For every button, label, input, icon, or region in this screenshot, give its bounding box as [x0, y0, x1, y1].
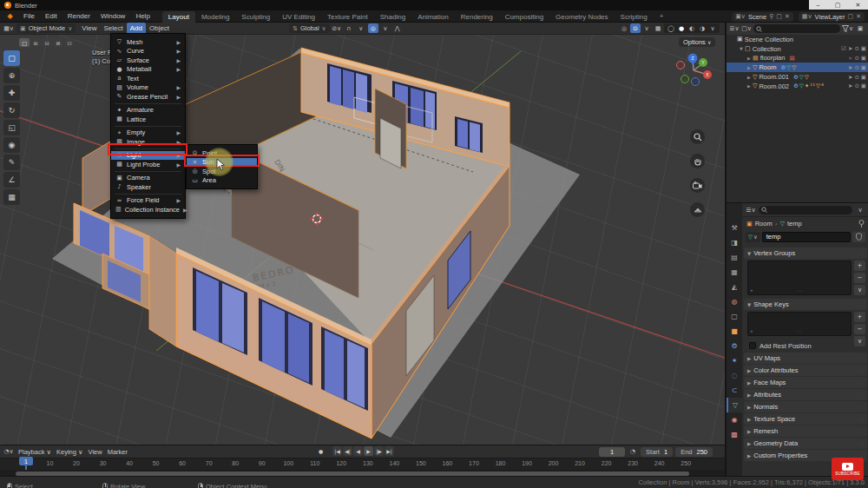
next-keyframe-button[interactable]: |▶	[374, 446, 384, 456]
axis-y-neg-handle[interactable]	[681, 76, 689, 83]
checkbox-icon[interactable]	[749, 342, 756, 349]
properties-tab-particles[interactable]: ✶	[727, 353, 742, 368]
panel-header-normals[interactable]: ▶Normals∷	[744, 401, 867, 412]
tab-layout[interactable]: Layout	[162, 11, 195, 23]
snap-dropdown-icon[interactable]: ∨	[356, 23, 366, 33]
tab-uv-editing[interactable]: UV Editing	[276, 11, 321, 23]
outliner-search[interactable]	[753, 24, 840, 33]
mode-selector[interactable]: ▣ Object Mode ∨	[16, 23, 76, 33]
xray-icon[interactable]: ▦	[653, 23, 663, 33]
properties-search[interactable]	[759, 206, 852, 214]
panel-header-uv-maps[interactable]: ▶UV Maps∷	[744, 353, 867, 364]
outliner-row-floorplan[interactable]: ▶▤floorplan▤➤⊙▣	[727, 54, 868, 63]
current-frame-field[interactable]: 1	[599, 447, 625, 457]
camera-icon[interactable]: ▣	[861, 82, 866, 89]
add-menu-item-light[interactable]: ☉Light▶	[111, 151, 185, 161]
snap-magnet-icon[interactable]: ∩	[344, 23, 354, 33]
add-menu-item-surface[interactable]: ▱Surface▶	[111, 56, 185, 65]
panel-header-attributes[interactable]: ▶Attributes∷	[744, 389, 867, 400]
expander-icon[interactable]: ▶	[746, 56, 753, 61]
add-menu-item-empty[interactable]: ⌖Empty▶	[111, 129, 185, 138]
minimize-button[interactable]: –	[817, 2, 820, 8]
gizmo-toggle-icon[interactable]: ◎	[619, 23, 629, 33]
add-menu-item-lattice[interactable]: ▦Lattice	[111, 115, 185, 124]
axis-x-neg-handle[interactable]	[677, 62, 685, 69]
properties-tab-view-layer[interactable]: ▦	[727, 265, 742, 280]
editor-type-icon[interactable]: ☰∨	[746, 205, 756, 214]
properties-tab-tool[interactable]: ⚒	[727, 221, 742, 235]
eye-icon[interactable]: ⊙	[854, 82, 858, 89]
properties-tab-material[interactable]: ◉	[727, 412, 742, 427]
menu-window[interactable]: Window	[95, 10, 130, 23]
pin-icon[interactable]: ⚲	[769, 13, 773, 20]
axis-z-neg-handle[interactable]	[692, 78, 700, 86]
shape-keys-list[interactable]: ▸⋯	[747, 312, 852, 336]
navigation-gizmo[interactable]: Z Y X	[669, 46, 718, 95]
add-menu-item-text[interactable]: aText	[111, 74, 185, 83]
tool-rotate[interactable]: ↻	[3, 102, 20, 118]
pivot-point-icon[interactable]: ⊘∨	[332, 23, 342, 33]
play-button[interactable]: ▶	[364, 446, 373, 456]
timeline-menu-playback[interactable]: Playback ∨	[16, 448, 54, 456]
tool-move[interactable]: ✚	[3, 85, 20, 101]
select-mode-3[interactable]: ⊠	[53, 38, 63, 47]
viewport-3d[interactable]: BEDRO 2.50M x 3 DIN	[0, 23, 725, 445]
properties-tab-collection[interactable]: ▢	[727, 309, 742, 324]
camera-icon[interactable]: ▣	[861, 74, 866, 81]
menu-edit[interactable]: Edit	[40, 10, 62, 23]
properties-tab-constraints[interactable]: ⊂	[727, 383, 742, 398]
tab-rendering[interactable]: Rendering	[455, 11, 499, 23]
properties-tab-object[interactable]: ■	[727, 324, 742, 339]
orientation-selector[interactable]: ⇅ Global ∨	[289, 23, 330, 33]
add-rest-position-row[interactable]: Add Rest Position	[742, 340, 868, 352]
overlays-dropdown-icon[interactable]: ∨	[641, 23, 652, 33]
orthographic-grid-icon[interactable]	[690, 202, 705, 217]
blender-menu-icon[interactable]: ◆	[4, 12, 16, 21]
name-field[interactable]: temp	[762, 232, 851, 242]
select-mode-1[interactable]: ⊞	[30, 38, 41, 47]
properties-tab-texture[interactable]: ▩	[727, 427, 742, 442]
panel-header-geometry-data[interactable]: ▶Geometry Data∷	[744, 438, 867, 449]
camera-icon[interactable]: ▣	[861, 64, 866, 71]
stopwatch-icon[interactable]: ◔	[628, 447, 638, 457]
outliner-row-room-002[interactable]: ▶▽Room.002⚙▽✦11▽4➤⊙▣	[727, 82, 868, 91]
expander-icon[interactable]: ▼	[738, 46, 745, 51]
current-frame-indicator[interactable]: 1	[19, 457, 33, 465]
tool-scale[interactable]: ◱	[3, 120, 20, 135]
add-menu-item-force-field[interactable]: ≈Force Field▶	[111, 196, 185, 206]
display-mode-icon[interactable]: ☰∨	[729, 24, 740, 34]
select-mode-2[interactable]: ⊟	[42, 38, 52, 47]
properties-tab-scene[interactable]: ◭	[727, 280, 742, 294]
breadcrumb-data[interactable]: temp	[787, 220, 802, 228]
jump-to-end-button[interactable]: ▶|	[385, 446, 394, 456]
frame-start-field[interactable]: Start 1	[641, 447, 673, 457]
shading-dropdown-icon[interactable]: ∨	[707, 23, 718, 33]
properties-tab-modifiers[interactable]: ⚙	[727, 339, 742, 353]
add-menu-item-grease-pencil[interactable]: ✎Grease Pencil▶	[111, 92, 185, 102]
eye-icon[interactable]: ⊙	[854, 55, 858, 62]
expander-icon[interactable]: ▶	[746, 65, 753, 70]
properties-tab-world[interactable]: ◍	[727, 294, 742, 309]
timeline-menu-keying[interactable]: Keying ∨	[54, 448, 86, 456]
subscribe-badge[interactable]: SUBSCRIBE	[832, 458, 864, 480]
remove-item-button[interactable]: −	[854, 324, 865, 334]
auto-keying-icon[interactable]: ●	[316, 446, 326, 456]
checkbox-icon[interactable]: ☑	[841, 45, 846, 52]
panel-header-vertex-groups[interactable]: ▼Vertex Groups∷	[744, 247, 867, 259]
expander-icon[interactable]: ▶	[746, 75, 753, 80]
panel-header-texture-space[interactable]: ▶Texture Space∷	[744, 413, 867, 425]
breadcrumb-object[interactable]: Room	[755, 220, 773, 228]
tab-scripting[interactable]: Scripting	[615, 11, 654, 23]
menu-help[interactable]: Help	[130, 10, 155, 23]
play-reverse-button[interactable]: ◀	[353, 446, 363, 456]
panel-header-face-maps[interactable]: ▶Face Maps∷	[744, 377, 867, 388]
tab-modeling[interactable]: Modeling	[195, 11, 235, 23]
camera-view-icon[interactable]	[690, 178, 705, 193]
pointer-dim-icon[interactable]: ➤	[848, 55, 852, 62]
properties-tab-render[interactable]: ◨	[727, 235, 742, 250]
timeline-menu-marker[interactable]: Marker	[105, 448, 130, 456]
filter-collection-icon[interactable]: ▢∨	[741, 24, 752, 34]
overlays-icon[interactable]: ⊙	[630, 23, 641, 33]
specials-menu-button[interactable]: ∨	[854, 336, 865, 346]
outliner-row-room[interactable]: ▶▽Room⚙▽▽➤⊙▣	[727, 63, 868, 72]
